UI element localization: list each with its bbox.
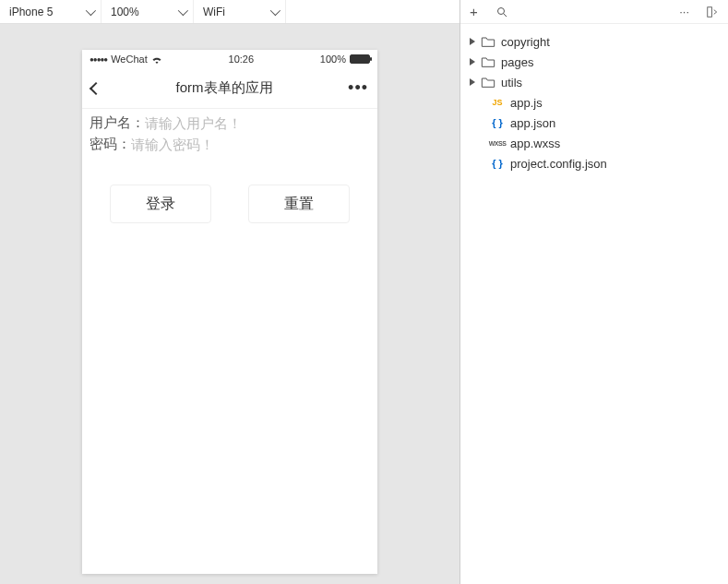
files-toolbar: + ··· <box>460 0 728 24</box>
js-file-icon: JS <box>490 96 505 109</box>
password-label: 密码： <box>90 136 131 153</box>
add-file-button[interactable]: + <box>470 4 478 19</box>
file-app-js[interactable]: JS app.js <box>460 92 728 113</box>
zoom-dropdown-label: 100% <box>111 6 139 18</box>
password-row: 密码： <box>90 136 370 153</box>
file-project-config-json[interactable]: { } project.config.json <box>460 153 728 173</box>
zoom-dropdown[interactable]: 100% <box>101 0 194 23</box>
status-bar: ●●●●● WeChat 10:26 100% <box>82 50 377 68</box>
nav-bar: form表单的应用 ••• <box>82 68 377 109</box>
phone-frame: ●●●●● WeChat 10:26 100% form表单的应用 <box>82 50 377 574</box>
chevron-down-icon <box>178 5 188 15</box>
device-dropdown[interactable]: iPhone 5 <box>0 0 101 23</box>
tree-item-label: app.wxss <box>510 137 560 150</box>
wxss-file-icon: WXSS <box>490 137 505 149</box>
svg-rect-2 <box>708 6 712 17</box>
tree-item-label: app.json <box>510 116 555 130</box>
collapse-panel-button[interactable] <box>706 6 719 18</box>
wifi-icon <box>151 55 162 64</box>
username-label: 用户名： <box>90 114 145 132</box>
battery-label: 100% <box>320 54 346 65</box>
username-row: 用户名： <box>90 114 370 132</box>
folder-icon <box>481 55 495 68</box>
tree-item-label: app.js <box>510 96 543 110</box>
json-file-icon: { } <box>490 116 505 129</box>
username-input[interactable] <box>145 115 370 131</box>
tree-item-label: copyright <box>501 35 550 49</box>
svg-point-0 <box>497 7 504 14</box>
clock-label: 10:26 <box>229 54 255 65</box>
chevron-down-icon <box>270 5 280 15</box>
folder-copyright[interactable]: copyright <box>460 31 728 52</box>
device-dropdown-label: iPhone 5 <box>9 6 53 18</box>
tree-item-label: utils <box>501 76 522 89</box>
folder-utils[interactable]: utils <box>460 72 728 92</box>
chevron-down-icon <box>86 5 96 15</box>
collapse-icon <box>706 6 719 18</box>
more-options-button[interactable]: ··· <box>679 5 689 18</box>
folder-icon <box>481 76 495 89</box>
simulator-stage: ●●●●● WeChat 10:26 100% form表单的应用 <box>0 24 459 584</box>
carrier-label: WeChat <box>111 54 148 65</box>
tree-item-label: pages <box>501 55 533 69</box>
folder-icon <box>481 35 495 48</box>
svg-line-1 <box>503 13 507 17</box>
network-dropdown-label: WiFi <box>203 6 225 18</box>
expand-arrow-icon <box>470 78 475 86</box>
simulator-toolbar: iPhone 5 100% WiFi <box>0 0 459 24</box>
network-dropdown[interactable]: WiFi <box>194 0 286 23</box>
expand-arrow-icon <box>470 38 475 45</box>
file-app-wxss[interactable]: WXSS app.wxss <box>460 133 728 153</box>
expand-arrow-icon <box>470 58 475 66</box>
simulator-panel: iPhone 5 100% WiFi ●●●●● WeChat <box>0 0 460 584</box>
signal-dots-icon: ●●●●● <box>90 55 107 64</box>
page-title: form表单的应用 <box>101 79 348 97</box>
login-button[interactable]: 登录 <box>110 185 211 223</box>
reset-button[interactable]: 重置 <box>248 185 350 223</box>
password-input[interactable] <box>131 137 370 152</box>
tree-item-label: project.config.json <box>510 157 607 171</box>
battery-icon <box>350 54 370 64</box>
page-body: 用户名： 密码： 登录 重置 <box>82 109 377 223</box>
folder-pages[interactable]: pages <box>460 52 728 72</box>
search-button[interactable] <box>496 6 507 18</box>
more-button[interactable]: ••• <box>348 78 368 98</box>
file-app-json[interactable]: { } app.json <box>460 113 728 133</box>
files-panel: + ··· <box>460 0 728 584</box>
search-icon <box>496 6 507 18</box>
file-tree: copyright pages utils JS app.js <box>460 24 728 181</box>
json-file-icon: { } <box>490 157 505 170</box>
